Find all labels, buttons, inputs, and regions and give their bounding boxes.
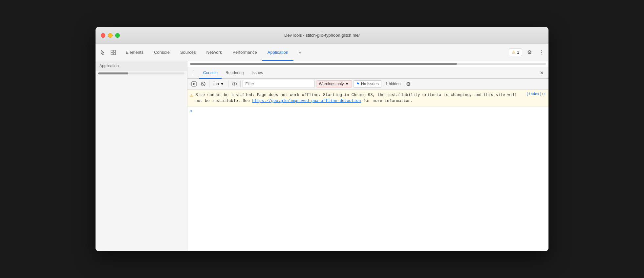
tab-elements[interactable]: Elements bbox=[120, 44, 149, 61]
tab-performance[interactable]: Performance bbox=[227, 44, 262, 61]
svg-rect-3 bbox=[114, 53, 116, 55]
console-drawer-menu[interactable]: ⋮ bbox=[190, 69, 198, 77]
issues-flag-icon: ⚑ bbox=[356, 82, 360, 86]
console-drawer-tab-rendering[interactable]: Rendering bbox=[222, 67, 247, 79]
svg-point-9 bbox=[234, 83, 235, 85]
clear-console-btn[interactable] bbox=[199, 80, 207, 88]
settings-gear-button[interactable]: ⚙ bbox=[525, 48, 534, 57]
top-progress-fill bbox=[190, 63, 457, 65]
svg-line-7 bbox=[202, 83, 205, 86]
close-button[interactable] bbox=[101, 33, 105, 38]
sidebar-progress-fill bbox=[98, 72, 128, 74]
warning-file-ref[interactable]: (index):1 bbox=[521, 92, 546, 96]
tab-more[interactable]: » bbox=[293, 44, 306, 61]
toolbar-divider-2 bbox=[228, 81, 228, 87]
console-drawer-tab-console[interactable]: Console bbox=[199, 67, 222, 79]
execute-script-btn[interactable] bbox=[190, 80, 198, 88]
console-settings-icon[interactable]: ⚙ bbox=[404, 80, 412, 88]
console-input[interactable] bbox=[195, 109, 546, 114]
minimize-button[interactable] bbox=[108, 33, 113, 38]
warning-text-body: Site cannot be installed: Page does not … bbox=[195, 92, 521, 104]
svg-marker-5 bbox=[193, 83, 195, 85]
tab-sources[interactable]: Sources bbox=[175, 44, 201, 61]
sidebar-header: Application bbox=[96, 61, 187, 71]
dropdown-arrow-icon: ▼ bbox=[220, 82, 224, 86]
console-panel: ⋮ Console Rendering Issues ✕ bbox=[187, 61, 548, 251]
inspect-icon-btn[interactable] bbox=[109, 48, 118, 57]
console-prompt-icon: > bbox=[190, 109, 193, 114]
toolbar-right: ⚠ 1 ⚙ ⋮ bbox=[509, 48, 546, 57]
window-title: DevTools - stitch-glib-typhoon.glitch.me… bbox=[284, 33, 360, 38]
console-tab-bar: ⋮ Console Rendering Issues ✕ bbox=[187, 67, 548, 79]
cursor-icon bbox=[100, 50, 106, 55]
svg-rect-1 bbox=[114, 50, 116, 52]
console-drawer-tab-issues[interactable]: Issues bbox=[247, 67, 267, 79]
toolbar-divider-3 bbox=[240, 81, 241, 87]
svg-rect-0 bbox=[111, 50, 113, 52]
eye-icon-btn[interactable] bbox=[230, 80, 238, 88]
sidebar: Application bbox=[96, 61, 187, 251]
tab-network[interactable]: Network bbox=[201, 44, 227, 61]
warning-triangle-icon: ⚠ bbox=[512, 50, 516, 55]
warning-message-row: ⚠ Site cannot be installed: Page does no… bbox=[187, 89, 548, 107]
execute-icon bbox=[191, 81, 197, 87]
top-progress-track bbox=[190, 63, 546, 65]
maximize-button[interactable] bbox=[115, 33, 120, 38]
devtools-window: DevTools - stitch-glib-typhoon.glitch.me… bbox=[96, 27, 548, 251]
warnings-dropdown-arrow: ▼ bbox=[345, 82, 349, 86]
main-area: Application ⋮ Console Rendering bbox=[96, 61, 548, 251]
more-options-button[interactable]: ⋮ bbox=[537, 48, 546, 57]
warning-triangle-icon-inline: ⚠ bbox=[190, 92, 193, 98]
tab-application[interactable]: Application bbox=[262, 44, 294, 61]
context-selector[interactable]: top ▼ bbox=[211, 81, 226, 87]
warning-text-part2: for more information. bbox=[361, 99, 413, 103]
traffic-lights bbox=[101, 33, 120, 38]
tab-bar: Elements Console Sources Network Perform… bbox=[120, 44, 506, 61]
console-close-button[interactable]: ✕ bbox=[538, 69, 546, 77]
console-toolbar: top ▼ Warnings only ▼ ⚑ bbox=[187, 79, 548, 89]
sidebar-progress-area bbox=[96, 71, 187, 76]
filter-input[interactable] bbox=[243, 80, 315, 88]
svg-rect-2 bbox=[111, 53, 113, 55]
console-content: ⚠ Site cannot be installed: Page does no… bbox=[187, 89, 548, 251]
tab-console[interactable]: Console bbox=[149, 44, 175, 61]
toolbar-icons bbox=[98, 48, 118, 57]
sidebar-progress-track bbox=[98, 72, 184, 74]
hidden-count-label: 1 hidden bbox=[383, 82, 403, 86]
warning-link[interactable]: https://goo.gle/improved-pwa-offline-det… bbox=[252, 99, 361, 103]
toolbar-divider-1 bbox=[209, 81, 209, 87]
title-bar: DevTools - stitch-glib-typhoon.glitch.me… bbox=[96, 27, 548, 44]
devtools-toolbar: Elements Console Sources Network Perform… bbox=[96, 44, 548, 61]
no-issues-button[interactable]: ⚑ No Issues bbox=[353, 80, 381, 88]
warnings-only-button[interactable]: Warnings only ▼ bbox=[316, 80, 352, 88]
block-icon bbox=[201, 81, 206, 87]
cursor-icon-btn[interactable] bbox=[98, 48, 107, 57]
inspect-icon bbox=[110, 50, 116, 55]
warnings-label: Warnings only bbox=[319, 82, 344, 86]
eye-icon bbox=[232, 81, 237, 87]
console-prompt-row: > bbox=[187, 107, 548, 116]
warning-badge[interactable]: ⚠ 1 bbox=[509, 49, 522, 56]
